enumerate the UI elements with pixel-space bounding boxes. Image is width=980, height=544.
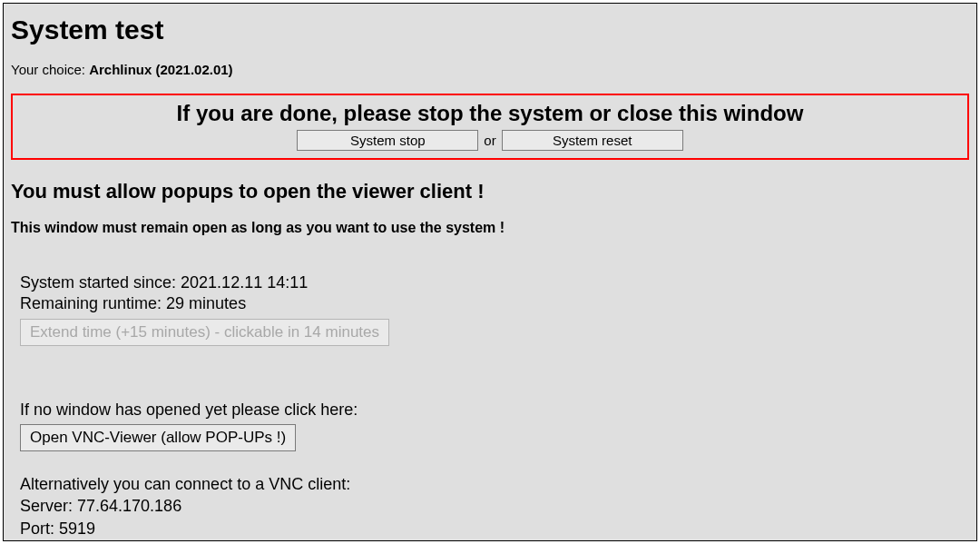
- or-separator: or: [484, 133, 495, 148]
- stay-open-warning: This window must remain open as long as …: [11, 220, 969, 236]
- server-label: Server:: [20, 497, 77, 515]
- choice-line: Your choice: Archlinux (2021.02.01): [11, 62, 969, 77]
- system-stop-button[interactable]: System stop: [297, 130, 478, 151]
- server-value: 77.64.170.186: [77, 497, 181, 515]
- extend-time-button: Extend time (+15 minutes) - clickable in…: [20, 319, 389, 346]
- choice-value: Archlinux (2021.02.01): [89, 62, 232, 77]
- done-controls: System stop or System reset: [13, 130, 967, 151]
- alt-connect-text: Alternatively you can connect to a VNC c…: [20, 473, 969, 495]
- vnc-block: If no window has opened yet please click…: [20, 399, 969, 539]
- remaining-value: 29 minutes: [166, 294, 246, 312]
- started-label: System started since:: [20, 273, 181, 292]
- done-heading: If you are done, please stop the system …: [13, 101, 967, 126]
- port-line: Port: 5919: [20, 518, 969, 539]
- popup-warning: You must allow popups to open the viewer…: [11, 180, 969, 203]
- done-box: If you are done, please stop the system …: [11, 94, 969, 160]
- port-value: 5919: [59, 519, 95, 538]
- server-line: Server: 77.64.170.186: [20, 495, 969, 517]
- remaining-label: Remaining runtime:: [20, 294, 166, 312]
- started-value: 2021.12.11 14:11: [181, 273, 308, 292]
- open-vnc-viewer-button[interactable]: Open VNC-Viewer (allow POP-UPs !): [20, 424, 296, 451]
- port-label: Port:: [20, 519, 59, 538]
- no-window-text: If no window has opened yet please click…: [20, 399, 969, 420]
- choice-label: Your choice:: [11, 62, 89, 77]
- system-reset-button[interactable]: System reset: [502, 130, 683, 151]
- started-line: System started since: 2021.12.11 14:11: [20, 272, 969, 293]
- main-container: System test Your choice: Archlinux (2021…: [3, 3, 977, 541]
- status-block: System started since: 2021.12.11 14:11 R…: [20, 272, 969, 346]
- remaining-line: Remaining runtime: 29 minutes: [20, 293, 969, 314]
- page-title: System test: [11, 15, 969, 45]
